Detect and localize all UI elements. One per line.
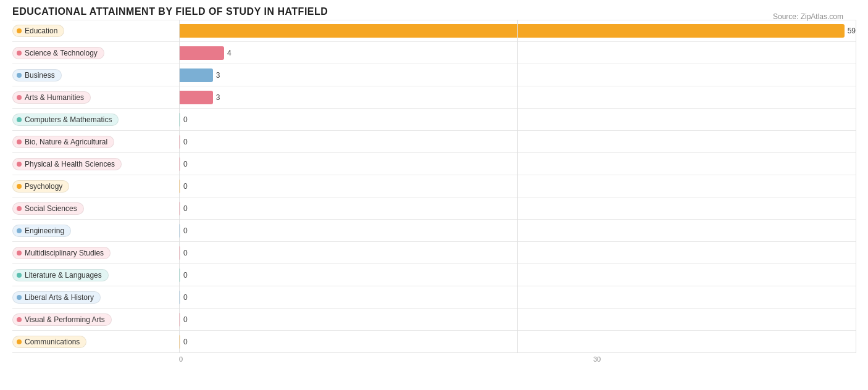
bar-and-value: 3 xyxy=(179,68,856,82)
grid-line xyxy=(517,286,518,309)
label-area: Arts & Humanities xyxy=(12,91,179,104)
bar-value-label: 0 xyxy=(183,226,188,235)
label-area: Literature & Languages xyxy=(12,269,179,281)
bar-label: Social Sciences xyxy=(25,204,77,213)
bar-label: Psychology xyxy=(25,182,62,191)
pill-dot xyxy=(17,73,22,78)
bar-and-value: 0 xyxy=(179,268,856,282)
bar-value-label: 59 xyxy=(848,27,856,35)
pill-dot xyxy=(17,139,22,144)
grid-line xyxy=(856,264,856,286)
grid-line xyxy=(856,64,856,86)
grid-line xyxy=(856,20,856,42)
label-pill: Computers & Mathematics xyxy=(12,114,119,126)
bar-label: Education xyxy=(25,27,57,35)
bar-and-value: 0 xyxy=(179,335,856,349)
bar xyxy=(179,113,180,127)
bar xyxy=(179,313,180,326)
bar-row: Social Sciences0 xyxy=(12,197,856,220)
bar-value-label: 3 xyxy=(216,71,220,80)
bar-row: Visual & Performing Arts0 xyxy=(12,309,856,331)
bar-label: Literature & Languages xyxy=(25,271,102,280)
pill-dot xyxy=(17,51,22,56)
grid-line xyxy=(517,220,518,242)
pill-dot xyxy=(17,317,22,322)
pill-dot xyxy=(17,117,22,122)
grid-line xyxy=(856,286,856,309)
bar-value-label: 0 xyxy=(183,182,188,191)
bar-value-label: 0 xyxy=(183,315,188,324)
grid-line xyxy=(856,109,856,131)
pill-dot xyxy=(17,206,22,211)
bar xyxy=(179,202,180,215)
bar-and-value: 0 xyxy=(179,246,856,260)
bar xyxy=(179,180,180,193)
label-area: Bio, Nature & Agricultural xyxy=(12,136,179,148)
label-pill: Multidisciplinary Studies xyxy=(12,247,111,259)
grid-line xyxy=(856,331,856,353)
grid-line xyxy=(856,153,856,175)
bar-and-value: 0 xyxy=(179,224,856,238)
grid-line xyxy=(517,86,518,109)
bar-label: Bio, Nature & Agricultural xyxy=(25,138,107,146)
bar xyxy=(179,135,180,149)
x-tick: 0 xyxy=(179,355,183,363)
bar-label: Computers & Mathematics xyxy=(25,115,112,124)
x-tick: 30 xyxy=(593,355,601,363)
chart-wrapper: Education59Science & Technology4Business… xyxy=(12,20,856,368)
grid-line xyxy=(856,197,856,220)
label-pill: Physical & Health Sciences xyxy=(12,158,122,170)
label-area: Education xyxy=(12,25,179,37)
x-axis: 03060 xyxy=(12,355,856,368)
bar-and-value: 0 xyxy=(179,313,856,326)
chart-title: EDUCATIONAL ATTAINMENT BY FIELD OF STUDY… xyxy=(12,6,856,17)
label-area: Liberal Arts & History xyxy=(12,291,179,304)
grid-line xyxy=(517,175,518,197)
bar xyxy=(179,157,180,171)
label-area: Engineering xyxy=(12,225,179,237)
label-area: Social Sciences xyxy=(12,202,179,215)
bar-and-value: 0 xyxy=(179,291,856,304)
label-pill: Arts & Humanities xyxy=(12,91,91,104)
bar-label: Communications xyxy=(25,338,80,346)
bar-row: Multidisciplinary Studies0 xyxy=(12,242,856,264)
bar-and-value: 0 xyxy=(179,157,856,171)
label-pill: Science & Technology xyxy=(12,47,104,59)
pill-dot xyxy=(17,251,22,255)
label-area: Multidisciplinary Studies xyxy=(12,247,179,259)
bar-value-label: 3 xyxy=(216,93,220,102)
bar-value-label: 0 xyxy=(183,138,188,146)
grid-line xyxy=(856,42,856,64)
bar-row: Liberal Arts & History0 xyxy=(12,286,856,309)
grid-line xyxy=(856,220,856,242)
pill-dot xyxy=(17,95,22,100)
bar-row: Education59 xyxy=(12,20,856,42)
label-pill: Education xyxy=(12,25,64,37)
bar-and-value: 59 xyxy=(179,24,856,38)
pill-dot xyxy=(17,28,22,33)
bar-label: Liberal Arts & History xyxy=(25,293,94,302)
label-pill: Visual & Performing Arts xyxy=(12,313,112,326)
bar-row: Literature & Languages0 xyxy=(12,264,856,286)
label-area: Physical & Health Sciences xyxy=(12,158,179,170)
bar-row: Engineering0 xyxy=(12,220,856,242)
bar-row: Bio, Nature & Agricultural0 xyxy=(12,131,856,153)
bar-value-label: 0 xyxy=(183,204,188,213)
grid-line xyxy=(856,309,856,331)
label-pill: Social Sciences xyxy=(12,202,84,215)
grid-line xyxy=(517,42,518,64)
bar-label: Physical & Health Sciences xyxy=(25,160,115,168)
bar-value-label: 0 xyxy=(183,115,188,124)
bar xyxy=(179,335,180,349)
bar xyxy=(179,224,180,238)
bar-and-value: 0 xyxy=(179,202,856,215)
grid-line xyxy=(517,64,518,86)
bar-row: Business3 xyxy=(12,64,856,86)
bar-label: Arts & Humanities xyxy=(25,93,84,102)
bar-row: Arts & Humanities3 xyxy=(12,86,856,109)
bar-row: Computers & Mathematics0 xyxy=(12,109,856,131)
bar-and-value: 0 xyxy=(179,180,856,193)
grid-line xyxy=(856,86,856,109)
pill-dot xyxy=(17,295,22,300)
bar-label: Science & Technology xyxy=(25,49,98,57)
